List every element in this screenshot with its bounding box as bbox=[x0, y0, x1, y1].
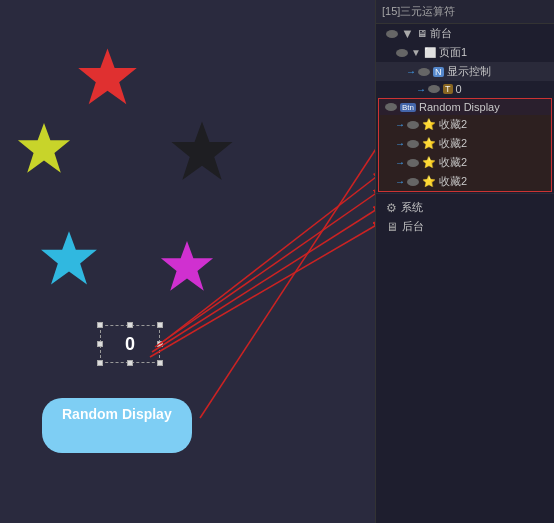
backend-monitor-icon: 🖥 bbox=[386, 220, 398, 234]
forward-arrow-c3: → bbox=[395, 157, 405, 168]
collect4-label: 收藏2 bbox=[439, 174, 547, 189]
t0-label: 0 bbox=[456, 83, 551, 95]
system-label: 系统 bbox=[401, 200, 550, 215]
corner-handle-br[interactable] bbox=[157, 360, 163, 366]
tree-section: ▼ 🖥 前台 ▼ ⬜ 页面1 → N 显示控制 → T 0 bbox=[376, 24, 554, 194]
arrow-page1: ▼ bbox=[411, 47, 421, 58]
eye-icon-c2 bbox=[407, 140, 419, 148]
collect3-label: 收藏2 bbox=[439, 155, 547, 170]
svg-marker-3 bbox=[41, 231, 97, 284]
panel-title: [15]三元运算符 bbox=[382, 5, 455, 17]
forward-arrow-c4: → bbox=[395, 176, 405, 187]
frontdesk-label: 前台 bbox=[430, 26, 550, 41]
monitor-icon: ▼ bbox=[401, 26, 414, 41]
backend-label: 后台 bbox=[402, 219, 550, 234]
star-icon-c2: ⭐ bbox=[422, 137, 436, 150]
handle-top[interactable] bbox=[127, 322, 133, 328]
collect2-label: 收藏2 bbox=[439, 136, 547, 151]
tree-item-random-display[interactable]: Btn Random Display bbox=[379, 99, 551, 115]
forward-arrow-c1: → bbox=[395, 119, 405, 130]
eye-icon-c1 bbox=[407, 121, 419, 129]
panel-header: [15]三元运算符 bbox=[376, 0, 554, 24]
t-badge: T bbox=[443, 84, 453, 94]
tree-item-system[interactable]: ⚙ 系统 bbox=[376, 198, 554, 217]
canvas-area: 0 Random Display bbox=[0, 0, 375, 523]
tree-item-collect4[interactable]: → ⭐ 收藏2 bbox=[379, 172, 551, 191]
svg-marker-1 bbox=[18, 123, 70, 173]
gear-icon: ⚙ bbox=[386, 201, 397, 215]
btn-badge: Btn bbox=[400, 103, 416, 112]
eye-icon-t0 bbox=[428, 85, 440, 93]
corner-handle-bl[interactable] bbox=[97, 360, 103, 366]
tree-item-t0[interactable]: → T 0 bbox=[376, 81, 554, 97]
tree-item-collect2[interactable]: → ⭐ 收藏2 bbox=[379, 134, 551, 153]
star-red[interactable] bbox=[75, 45, 140, 107]
handle-bottom[interactable] bbox=[127, 360, 133, 366]
tree-item-page1[interactable]: ▼ ⬜ 页面1 bbox=[376, 43, 554, 62]
corner-handle-tr[interactable] bbox=[157, 322, 163, 328]
forward-arrow-t0: → bbox=[416, 84, 426, 95]
number-value: 0 bbox=[125, 334, 135, 355]
handle-left[interactable] bbox=[97, 341, 103, 347]
page1-label: 页面1 bbox=[439, 45, 550, 60]
eye-icon-page1 bbox=[396, 49, 408, 57]
display-control-label: 显示控制 bbox=[447, 64, 551, 79]
forward-arrow-c2: → bbox=[395, 138, 405, 149]
star-icon-c4: ⭐ bbox=[422, 175, 436, 188]
star-magenta[interactable] bbox=[158, 238, 216, 293]
tree-item-display-control[interactable]: → N 显示控制 bbox=[376, 62, 554, 81]
tree-item-backend[interactable]: 🖥 后台 bbox=[376, 217, 554, 236]
svg-marker-4 bbox=[161, 241, 213, 291]
eye-icon bbox=[386, 30, 398, 38]
forward-arrow-icon: → bbox=[406, 66, 416, 77]
random-display-label: Random Display bbox=[419, 101, 547, 113]
eye-icon-random bbox=[385, 103, 397, 111]
tree-item-collect3[interactable]: → ⭐ 收藏2 bbox=[379, 153, 551, 172]
page-icon: ⬜ bbox=[424, 47, 436, 58]
eye-icon-c4 bbox=[407, 178, 419, 186]
screen-icon: 🖥 bbox=[417, 28, 427, 39]
random-display-group: Btn Random Display → ⭐ 收藏2 → ⭐ 收藏2 → ⭐ 收… bbox=[378, 98, 552, 192]
star-cyan[interactable] bbox=[38, 228, 100, 287]
svg-marker-2 bbox=[171, 122, 232, 180]
eye-icon-c3 bbox=[407, 159, 419, 167]
star-yellow-green[interactable] bbox=[15, 120, 73, 175]
footer-section: ⚙ 系统 🖥 后台 bbox=[376, 198, 554, 236]
star-icon-c1: ⭐ bbox=[422, 118, 436, 131]
random-display-button[interactable]: Random Display bbox=[42, 398, 192, 453]
tree-item-collect1[interactable]: → ⭐ 收藏2 bbox=[379, 115, 551, 134]
handle-right[interactable] bbox=[157, 341, 163, 347]
right-panel: [15]三元运算符 ▼ 🖥 前台 ▼ ⬜ 页面1 → N 显示控制 → bbox=[375, 0, 554, 523]
tree-item-frontdesk[interactable]: ▼ 🖥 前台 bbox=[376, 24, 554, 43]
star-black[interactable] bbox=[168, 118, 236, 183]
collect1-label: 收藏2 bbox=[439, 117, 547, 132]
star-icon-c3: ⭐ bbox=[422, 156, 436, 169]
corner-handle-tl[interactable] bbox=[97, 322, 103, 328]
number-box-container: 0 bbox=[100, 325, 160, 363]
svg-marker-0 bbox=[78, 48, 137, 104]
eye-icon-display bbox=[418, 68, 430, 76]
n-badge: N bbox=[433, 67, 444, 77]
